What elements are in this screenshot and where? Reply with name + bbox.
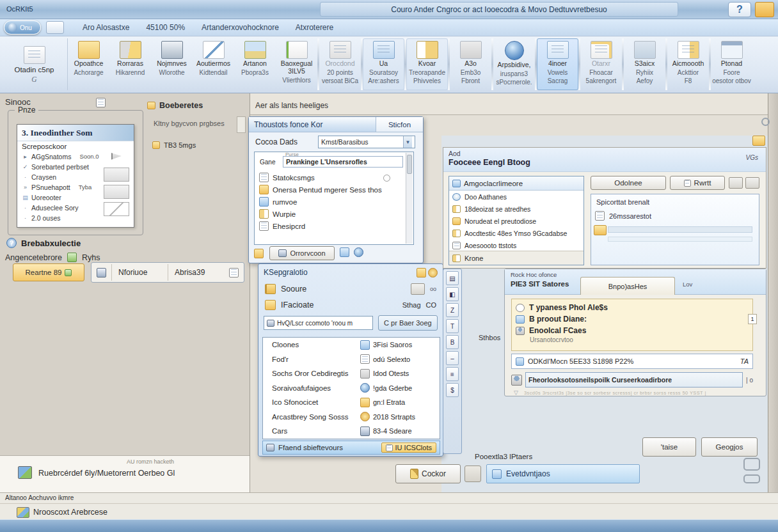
category-combobox[interactable]: Kmst/Barasibus ▼ (318, 136, 415, 148)
ribbon-button[interactable]: Aicmoooth Ackttior F8 (667, 38, 709, 90)
tool-button[interactable] (745, 177, 759, 189)
add-item[interactable]: Aoesoooto ttstots (449, 239, 584, 251)
panel-options-icon[interactable] (96, 98, 106, 107)
add-item[interactable]: Doo Aathanes (449, 191, 584, 203)
dialog2-list-row[interactable]: Fod'r odú Selexto (263, 352, 440, 367)
customer-input[interactable]: Fheorlooksotosneilspoilk Curseerkoadirbo… (525, 372, 743, 387)
clipboard-icon[interactable] (743, 458, 760, 471)
tool-cell[interactable]: ▤ (446, 271, 459, 285)
dialog2-row-facade[interactable]: IFacioate Sthag CO (258, 297, 443, 313)
go-button[interactable]: C pr Baer 3oeg (378, 315, 438, 331)
tool-cell[interactable]: $ (446, 383, 459, 397)
dialog2-list-row[interactable]: Ico Sfonocicet gn:l Etrata (263, 395, 440, 410)
tool-cell[interactable]: Z (446, 303, 459, 317)
listbox-header[interactable]: Amgoclacrlimeore (449, 176, 584, 191)
ribbon-button[interactable]: Rorraras Hikarennd (109, 38, 151, 90)
rock-item[interactable]: T ypaness Phol Ale$s (516, 302, 749, 313)
tool-cell[interactable]: B (446, 335, 459, 349)
tool-cell[interactable]: – (446, 351, 459, 365)
ribbon-button[interactable]: Aoutiermos Kidtendail (193, 38, 234, 90)
listbox-footer[interactable]: Krone (449, 251, 584, 265)
list-item[interactable]: Onersa Pentud mgerer Sess thos (256, 184, 404, 196)
printer-icon[interactable] (411, 283, 425, 295)
ribbon-tab[interactable]: Atxroterere (287, 20, 342, 35)
dialog2-list-row[interactable]: Cars 83-4 Sdeare (263, 424, 440, 439)
help-row[interactable]: Brebabxulectie (6, 238, 81, 248)
resources-item-row[interactable]: TB3 5mgs (152, 141, 196, 149)
add-item[interactable]: Aocdtestic 48es Ymso 9Gcadabse (449, 227, 584, 239)
ribbon-button[interactable]: Kvoar Treorapande Phivveles (406, 38, 448, 90)
resources-scroll-thumb[interactable] (237, 116, 246, 133)
highlighted-action-button[interactable]: Reartne 89 (13, 263, 84, 281)
rock-tab[interactable]: Bnpo)asHes (580, 277, 675, 295)
dialog2-list-row[interactable]: Cloones 3Fisi Saoros (263, 338, 440, 352)
tool-button[interactable] (729, 177, 743, 189)
document-icon[interactable] (229, 268, 239, 278)
organize-button[interactable]: Orrorvcoon (269, 246, 335, 260)
list-item[interactable]: Statokcsmgs (256, 171, 404, 184)
tool-cell[interactable]: T (446, 319, 459, 333)
ribbon-button[interactable]: Nojmnves Wlorothe (151, 38, 193, 90)
ribbon-button[interactable]: Artanon Pbopra3s (234, 38, 276, 90)
list-item[interactable]: rumvoe (256, 196, 404, 208)
ribbon-button[interactable]: S3aicx Ryhiix Aefoy (624, 38, 665, 90)
resources-header-row[interactable]: Boeberetes (147, 101, 203, 110)
add-item[interactable]: 18deoizat se atredhes (449, 203, 584, 215)
dialog2-titlebar[interactable]: KSepgralotio (258, 264, 443, 281)
segment-option-1[interactable]: Nforiuoe (111, 264, 168, 281)
ribbon-button[interactable]: Baoxegual 3ILV5 Vlierthlors (276, 38, 317, 90)
segment-option-2[interactable]: Abrisa39 (168, 264, 224, 281)
ribbon-button[interactable]: Opoathce Achorarge (68, 38, 109, 90)
rwrtt-button[interactable]: Rwrtt (670, 176, 725, 190)
dialog2-list-row[interactable]: Soraivoafufaigoes !gda Gderbe (263, 381, 440, 396)
dialog2-row-source[interactable]: Sooure oo (258, 281, 443, 297)
ribbon-tab[interactable]: Aro Alosastxe (74, 20, 138, 35)
rock-item[interactable]: Enoolcal FCaes Ursanotocrvtoo (516, 325, 749, 343)
dialog1-scrollbar[interactable] (406, 153, 413, 244)
small-tool-button[interactable] (464, 465, 481, 482)
rock-row-status[interactable]: ODKdI'Mocn 5EE33 S1898 P22% TA (511, 354, 753, 369)
list-item[interactable]: Ehesipcrd (256, 220, 404, 232)
ribbon-group-first[interactable]: Otadin c5np G (1, 38, 68, 90)
app-orb-button[interactable]: Onu (4, 20, 41, 35)
dialog2-list-row[interactable]: Arcastbrey Song Sosss 2018 Srtrapts (263, 410, 440, 425)
right-edge-scrollbar[interactable] (768, 93, 778, 492)
selected-chip[interactable]: IU ICSClots (381, 442, 436, 453)
resources-item[interactable]: Kltny bgycvon prgbses (154, 119, 229, 128)
ribbon-button[interactable]: A3o Emb3o Fbront (450, 38, 491, 90)
window-icon[interactable] (417, 268, 426, 278)
tool-icon[interactable] (340, 247, 349, 257)
tool-cell[interactable]: ◧ (446, 287, 459, 301)
ribbon-button[interactable]: Otarxr Fhoacar 5akrengort (580, 38, 622, 90)
dialog2-footer-row[interactable]: Ffaend sbieftevours IU ICSClots (262, 441, 440, 455)
name-input[interactable]: Prankinge L'Unsersrofles (283, 156, 403, 168)
ribbon-button[interactable]: Orocdond 20 points versoat BiCa (319, 38, 361, 90)
quick-access-button[interactable] (46, 21, 64, 34)
help-button[interactable]: ? (728, 2, 751, 17)
dialog1-title-button[interactable]: Sticfon (376, 117, 423, 132)
account-input[interactable]: HvQ/Lscr ccomoto 'roou m (264, 316, 373, 330)
handle-icon[interactable] (743, 474, 760, 483)
raise-button[interactable]: 'taise (642, 437, 696, 457)
ribbon-button[interactable]: Arpsbidive, iruspans3 sPocrnerole. (493, 38, 535, 90)
radio-indicator[interactable] (383, 175, 390, 182)
ribbon-button[interactable]: Ua Souratsoy Are:ashers (363, 38, 404, 90)
tool-cell[interactable]: ≡ (446, 367, 459, 381)
list-item[interactable]: Wurpie (256, 208, 404, 220)
ribbon-button[interactable]: Ptonad Foore oesotor otbov (711, 38, 752, 90)
preview-card[interactable]: 3. Ineodinther Som Screposckoor AGgSnato… (17, 124, 134, 228)
ribbon-tab[interactable]: Artanderxovohocknore (193, 20, 287, 35)
odolnee-button[interactable]: Odolnee (591, 176, 666, 190)
cockor-button[interactable]: Cockor (395, 464, 461, 483)
titlebar-action-button[interactable] (755, 2, 774, 17)
ribbon-button[interactable]: 4inoer Vowels Sacrag (537, 38, 578, 90)
dialog1-titlebar[interactable]: Thoustots fonce Kor Sticfon (249, 117, 423, 132)
add-item[interactable]: Norudeat el preutodiose (449, 215, 584, 227)
dialog2-list-row[interactable]: Sochs Oror Cebdiregtis Idod Otests (263, 366, 440, 381)
globe-icon[interactable] (354, 247, 363, 257)
rock-item[interactable]: B proout Diane: (516, 313, 749, 325)
ribbon-tab[interactable]: 45100 50% (138, 20, 193, 35)
selected-entry-bar[interactable]: Evetdvntjaos (486, 464, 640, 483)
options-button[interactable]: Geogjos (701, 437, 758, 457)
corner-note-icon[interactable] (752, 136, 765, 146)
